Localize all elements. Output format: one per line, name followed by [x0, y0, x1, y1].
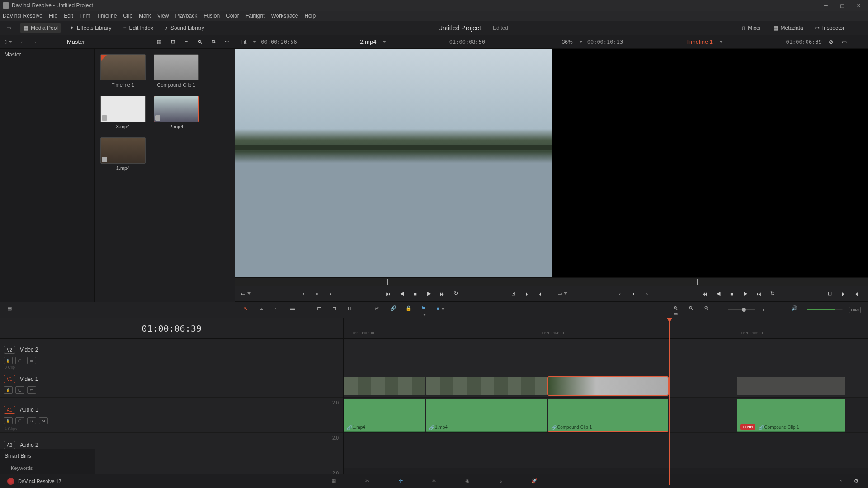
track-lane-v2[interactable]	[344, 339, 868, 371]
volume-slider[interactable]	[807, 309, 843, 310]
record-scrubber[interactable]	[552, 277, 868, 286]
clip-2mp4[interactable]: 2.mp4	[154, 96, 199, 129]
fit-dropdown[interactable]: Fit	[241, 39, 246, 45]
menu-playback[interactable]: Playback	[175, 13, 197, 19]
razor-button[interactable]: ✂	[375, 305, 384, 314]
src-mode-button[interactable]: ▭	[241, 289, 250, 298]
timeline-view-button[interactable]: ▤	[7, 305, 16, 314]
source-viewer[interactable]	[235, 49, 552, 277]
src-prev-button[interactable]: ◀	[397, 289, 406, 298]
search-button[interactable]: 🔍︎	[195, 38, 204, 47]
smart-bins-header[interactable]: Smart Bins	[0, 449, 95, 463]
rec-play-button[interactable]: ▶	[741, 289, 750, 298]
track-badge[interactable]: V1	[4, 375, 15, 383]
layout-button[interactable]: ▭	[4, 23, 14, 33]
src-play-button[interactable]: ▶	[425, 289, 434, 298]
track-badge[interactable]: V2	[4, 346, 15, 354]
timeline-ruler[interactable]: 01:00:00:00 01:00:04:00 01:00:08:00	[344, 318, 868, 339]
track-lane-v1[interactable]	[344, 371, 868, 398]
overwrite-button[interactable]: ⊐	[332, 305, 341, 314]
audio-clip[interactable]: 🔗1.mp4	[426, 399, 547, 432]
src-overflow-button[interactable]: ⋯	[490, 38, 499, 47]
menu-view[interactable]: View	[157, 13, 169, 19]
marker-button[interactable]: ●	[436, 305, 445, 314]
audio-clip[interactable]: 🔗1.mp4	[344, 399, 425, 432]
view-thumb-button[interactable]: ▦	[155, 38, 164, 47]
metadata-button[interactable]: ▤Metadata	[770, 23, 806, 33]
clip-3mp4[interactable]: 3.mp4	[100, 96, 146, 129]
minimize-button[interactable]: ─	[819, 1, 833, 10]
mixer-button[interactable]: ⎍Mixer	[739, 23, 764, 33]
sound-library-button[interactable]: ♪Sound Library	[162, 23, 207, 33]
menu-fairlight[interactable]: Fairlight	[245, 13, 265, 19]
insert-button[interactable]: ⊏	[317, 305, 326, 314]
selection-tool[interactable]: ↖	[244, 305, 253, 314]
auto-select-button[interactable]: ▢	[15, 386, 24, 394]
video-clip[interactable]	[344, 377, 425, 395]
src-first-button[interactable]: ⏮	[384, 289, 393, 298]
pool-overflow-button[interactable]: ⋯	[222, 38, 231, 47]
rec-overflow-button[interactable]: ⋯	[854, 38, 863, 47]
maximize-button[interactable]: ▢	[835, 1, 849, 10]
zoom-percent[interactable]: 36%	[562, 39, 573, 45]
rec-next-edit-button[interactable]: ›	[642, 289, 651, 298]
record-viewer[interactable]	[552, 49, 868, 277]
menu-timeline[interactable]: Timeline	[96, 13, 117, 19]
media-pool-button[interactable]: ▦Media Pool	[20, 23, 61, 33]
src-next-button[interactable]: ⏭	[438, 289, 447, 298]
zoom-out-button[interactable]: 🔍︎	[689, 305, 698, 314]
lock-button[interactable]: 🔒	[4, 386, 13, 394]
lock-button[interactable]: 🔒	[4, 417, 13, 424]
pool-menu-button[interactable]: ▯	[4, 38, 13, 47]
track-lane-a2[interactable]	[344, 433, 868, 468]
bin-path[interactable]: Master	[67, 38, 85, 45]
track-header-v2[interactable]: V2Video 2 🔒▢▭ 0 Clip	[0, 339, 343, 371]
flag-button[interactable]: ⚑	[421, 305, 430, 314]
settings-button[interactable]: ⚙	[852, 477, 861, 486]
deliver-page-tab[interactable]: 🚀	[529, 476, 540, 487]
zoom-slider[interactable]	[728, 309, 755, 310]
mute-button[interactable]: 🔊	[791, 305, 800, 314]
zoom-search-button[interactable]: 🔍︎▭	[673, 305, 682, 314]
clip-1mp4[interactable]: 1.mp4	[100, 137, 146, 171]
link-button[interactable]: 🔗	[390, 305, 399, 314]
timeline-dropdown[interactable]: Timeline 1	[686, 38, 713, 45]
timeline-position-timecode[interactable]: 01:00:06:39	[0, 318, 343, 339]
menu-file[interactable]: File	[49, 13, 57, 19]
auto-select-button[interactable]: ▢	[15, 357, 24, 364]
playhead[interactable]	[669, 318, 670, 485]
rec-dot-button[interactable]: •	[629, 289, 638, 298]
disable-button[interactable]: ▭	[27, 386, 36, 394]
dynamic-trim-tool[interactable]: ⫞	[274, 305, 283, 314]
track-badge[interactable]: A2	[4, 441, 15, 449]
bypass-button[interactable]: ⊘	[826, 38, 835, 47]
cut-page-tab[interactable]: ✂	[362, 476, 373, 487]
rec-prev-button[interactable]: ◀	[714, 289, 723, 298]
inspector-button[interactable]: ✂Inspector	[812, 23, 847, 33]
home-button[interactable]: ⌂	[836, 477, 845, 486]
src-dot-button[interactable]: •	[312, 289, 321, 298]
rec-loop-button[interactable]: ↻	[768, 289, 777, 298]
rec-first-button[interactable]: ⏮	[700, 289, 709, 298]
mute-button[interactable]: M	[39, 417, 48, 424]
src-stop-button[interactable]: ■	[411, 289, 420, 298]
src-next-edit-button[interactable]: ›	[326, 289, 335, 298]
trim-tool[interactable]: ⫠	[259, 305, 268, 314]
menu-color[interactable]: Color	[226, 13, 239, 19]
src-loop-button[interactable]: ↻	[452, 289, 461, 298]
menu-workspace[interactable]: Workspace	[271, 13, 298, 19]
bin-root[interactable]: Master	[0, 49, 94, 61]
menu-fusion[interactable]: Fusion	[203, 13, 220, 19]
edit-index-button[interactable]: ≡Edit Index	[121, 23, 156, 33]
lock-button[interactable]: 🔒	[406, 305, 415, 314]
src-out-button[interactable]: ⏴	[536, 289, 545, 298]
sort-button[interactable]: ⇅	[209, 38, 218, 47]
source-scrubber[interactable]	[235, 277, 552, 286]
effects-library-button[interactable]: ✦Effects Library	[67, 23, 114, 33]
menu-trim[interactable]: Trim	[80, 13, 90, 19]
zoom-plus[interactable]: +	[762, 307, 764, 313]
lock-button[interactable]: 🔒	[4, 357, 13, 364]
rec-mode-button[interactable]: ▭	[558, 289, 567, 298]
src-match-button[interactable]: ⊡	[509, 289, 518, 298]
clip-compound1[interactable]: Compound Clip 1	[154, 54, 199, 88]
